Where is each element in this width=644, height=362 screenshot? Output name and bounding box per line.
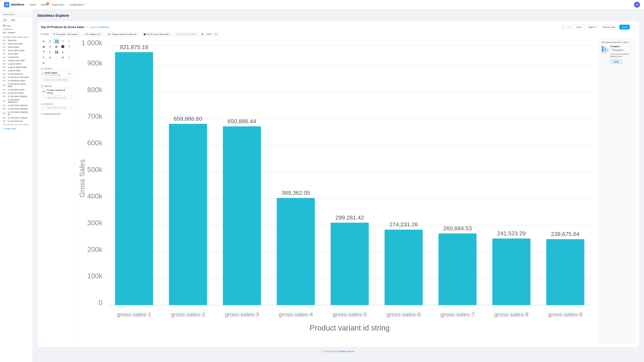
bar-chart-svg: 0 100k 200k 300k 400k 500k 600k 700k 800… <box>77 39 597 343</box>
info-icon[interactable]: ⓘ <box>86 26 88 29</box>
apply-button[interactable]: Apply <box>610 59 622 64</box>
view-by-item[interactable]: ABC Product variant id string <box>41 88 72 95</box>
recommended-panel: RECOMMENDED NEXT STEPS A <box>599 39 636 344</box>
viz-more4[interactable]: ⊠ <box>60 55 66 60</box>
viz-pie[interactable]: ◕ <box>41 44 46 49</box>
more-button[interactable]: ··· <box>631 25 636 29</box>
sidebar-item-ly-gross-sales[interactable]: 123Ly gross sales <box>1 69 31 72</box>
sort-button[interactable]: ⇅ ▾ <box>212 32 219 36</box>
chip-abc[interactable]: ABC <box>10 18 17 22</box>
viz-funnel[interactable]: ⊽ <box>60 39 66 43</box>
viz-map[interactable]: 📍 <box>41 50 46 54</box>
filter-chip-time-grain[interactable]: 📅 Time grain: This quarter ▾ <box>51 32 82 36</box>
viz-more2[interactable]: ⊕ <box>47 55 53 60</box>
viz-heatmap[interactable]: ▦ <box>54 44 59 49</box>
viz-table[interactable]: ⊞ <box>41 39 46 43</box>
chip-123[interactable]: 123 <box>1 18 8 22</box>
sidebar-item-ly-gross-new-sales[interactable]: 123Ly gross new sales <box>1 59 31 62</box>
sidebar-item-ly-gross-repeat-sales[interactable]: 123Ly gross repeat sales <box>1 65 31 69</box>
configuration-section[interactable]: ⚙ CONFIGURATION <box>41 112 72 116</box>
viz-line[interactable]: ∿ <box>66 39 72 43</box>
viz-area[interactable]: ⌒ <box>66 50 72 54</box>
svg-text:650,886.44: 650,886.44 <box>228 118 256 124</box>
logo[interactable]: stackless <box>4 2 24 7</box>
sidebar-item-ly-mtd-gross-sales[interactable]: 123Ly mtd gross sales <box>1 88 31 91</box>
nav-home[interactable]: Home <box>30 3 36 6</box>
filter-chip-top10[interactable]: ⬛ Top 10 Gross Sales (M1) ▾ <box>142 32 173 36</box>
sidebar-item-ly-mtd-gross-repeat-sales[interactable]: 123Ly mtd gross repeat sales <box>1 82 31 88</box>
nav-dapp-store[interactable]: DApp Store <box>52 3 64 6</box>
bar-8[interactable] <box>492 239 530 305</box>
sidebar-section-platforms[interactable]: ▾ Platforms <box>1 28 31 31</box>
bar-9[interactable] <box>546 239 584 305</box>
chevron-icon-4: ▾ <box>170 33 170 35</box>
stack-by-drag-zone[interactable]: DRAG ABC OR HERE <box>41 106 72 110</box>
sidebar-item-gross-orders[interactable]: 123Gross orders <box>1 45 31 49</box>
sidebar-item-gross-new-sales[interactable]: 123Gross new sales <box>1 42 31 45</box>
metric-gross-sales[interactable]: ▶ Gross Sales Sum of Gross sales M1 <box>41 70 72 77</box>
sidebar-item-discounts[interactable]: 123Discounts <box>1 39 31 42</box>
filter-chip-platform[interactable]: ABC Platform All ▾ <box>83 32 104 36</box>
bar-3[interactable] <box>223 126 261 305</box>
bar-1[interactable] <box>115 52 153 305</box>
sidebar-item-ly-mtd-gross-new-sales[interactable]: 123Ly mtd gross new sales <box>1 76 31 79</box>
viz-treemap[interactable]: ⬛ <box>60 44 66 49</box>
search-input[interactable] <box>1 12 31 17</box>
sidebar-item-ly-mtd-gross-orders[interactable]: 123Ly mtd gross orders <box>1 79 31 82</box>
viz-dot[interactable]: ⠿ <box>66 44 72 49</box>
viz-scatter[interactable]: ✕ <box>47 44 53 49</box>
avatar[interactable]: U <box>634 2 640 8</box>
sidebar-item-ly-discounts[interactable]: 123Ly discounts <box>1 55 31 59</box>
sidebar-item-ly-mtd-net-returns[interactable]: 123Ly mtd net returns <box>1 91 31 95</box>
metric-arrow-icon: ▶ <box>42 73 44 75</box>
sidebar-section-metrics[interactable]: ▾ Product sales metrics pivot <box>1 35 31 39</box>
redo-button[interactable]: ↪ <box>567 25 572 30</box>
viz-more3[interactable]: ⬚ <box>54 55 59 60</box>
filter-icon-button[interactable]: ⚙ <box>200 32 205 36</box>
compare-period-select[interactable]: This quarter ▾ <box>610 48 626 52</box>
filter-drag-zone[interactable]: DRAG ABC OR HERE <box>174 32 198 36</box>
sidebar-item-ly-mtd-order-shipping[interactable]: 123Ly mtd order shipping <box>1 95 31 98</box>
viz-stacked[interactable]: ▐▐ <box>54 50 59 54</box>
sidebar-item-platform[interactable]: ABC Platform <box>1 31 31 34</box>
viz-gauge[interactable]: ◎ <box>47 50 53 54</box>
save-as-new-button[interactable]: Save as new <box>600 24 618 30</box>
footer-link[interactable]: Stackless Data inc. <box>338 350 355 353</box>
filter-chip-product-variant[interactable]: ABC Product variant id string All ▾ <box>105 32 140 36</box>
dashboard-link[interactable]: 1 dashboard <box>98 26 109 28</box>
view-by-drag-zone[interactable]: DRAG ABC OR HERE <box>41 96 72 100</box>
sidebar-item-ly-mtd-return-tax[interactable]: 123Ly mtd return tax <box>1 119 31 123</box>
metrics-drag-zone[interactable]: DRAG 123 . OR ABC HERE <box>41 78 72 82</box>
compare-desc: to the same period in previous year <box>610 53 634 58</box>
sidebar-item-ly-mtd-return-adjustment[interactable]: 123Ly mtd return adjustment <box>1 98 31 104</box>
bar-2[interactable] <box>169 124 207 305</box>
create-metric-button[interactable]: + Create metric <box>1 126 31 131</box>
viz-more6[interactable]: ◈ <box>41 60 46 65</box>
viz-waterfall[interactable]: ▲ <box>60 50 66 54</box>
open-button[interactable]: Open ▾ <box>586 24 598 30</box>
navbar: stackless Home Health 1 DApp Store Confi… <box>0 0 644 9</box>
bar-7[interactable] <box>438 233 477 305</box>
nav-health[interactable]: Health 1 <box>40 3 47 6</box>
bar-5[interactable] <box>331 223 369 305</box>
nav-configuration[interactable]: Configuration ▾ <box>69 3 84 6</box>
sidebar-item-gross-sales[interactable]: 123Gross sales <box>1 52 31 55</box>
health-badge: 1 <box>46 2 49 5</box>
sidebar-item-ly-mtd-discounts[interactable]: 123Ly mtd discounts <box>1 72 31 76</box>
sidebar-item-ly-gross-orders[interactable]: 123Ly gross orders <box>1 62 31 65</box>
bar-4[interactable] <box>277 198 315 305</box>
viz-bar[interactable]: ▐▐ <box>54 39 59 43</box>
save-button[interactable]: Save <box>619 25 630 29</box>
undo-button[interactable]: ↩ <box>561 25 566 30</box>
sidebar-item-ly-mtd-return-shipping-tax[interactable]: 123Ly mtd return shipping tax <box>1 110 31 116</box>
sidebar-item-gross-repeat-sales[interactable]: 123Gross repeat sales <box>1 49 31 52</box>
bar-6[interactable] <box>384 230 422 305</box>
sidebar-item-ly-mtd-return-subtotal[interactable]: 123Ly mtd return subtotal <box>1 116 31 119</box>
viz-pivot[interactable]: ⊟ <box>47 39 53 43</box>
sidebar-item-date[interactable]: 📅 Date <box>1 24 31 28</box>
sidebar-item-ly-mtd-return-discount[interactable]: 123Ly mtd return discount <box>1 104 31 107</box>
clear-button[interactable]: Clear <box>574 24 584 30</box>
viz-more5[interactable]: ⚡ <box>66 55 72 60</box>
sidebar-item-ly-mtd-return-shipping[interactable]: 123Ly mtd return shipping <box>1 107 31 110</box>
viz-more1[interactable]: ⊡ <box>41 55 46 60</box>
